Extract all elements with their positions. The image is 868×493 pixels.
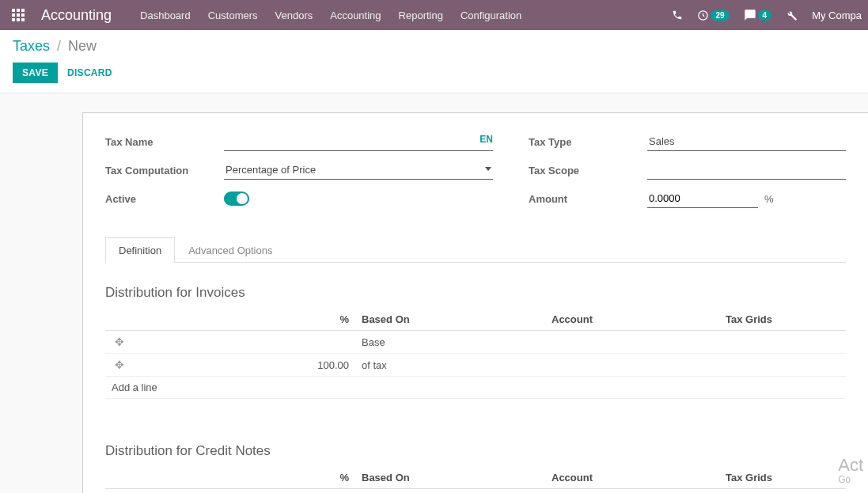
watermark-sub: Go — [838, 475, 863, 485]
col-account: Account — [545, 309, 719, 331]
svg-rect-4 — [17, 13, 20, 17]
field-tax-type — [647, 132, 846, 151]
tax-name-input[interactable] — [224, 132, 493, 151]
col-handle — [105, 467, 134, 489]
add-line-link[interactable]: Add a line — [105, 377, 846, 399]
nav-vendors[interactable]: Vendors — [275, 9, 313, 21]
svg-rect-1 — [17, 9, 20, 12]
form-sheet-background: Tax Name EN Tax Type Tax Computation Tax… — [0, 93, 868, 493]
nav-customers[interactable]: Customers — [208, 9, 258, 21]
app-title[interactable]: Accounting — [41, 7, 112, 24]
activities-button[interactable]: 29 — [697, 9, 729, 21]
svg-rect-3 — [12, 13, 15, 17]
section-title-invoices: Distribution for Invoices — [105, 285, 846, 301]
label-tax-type: Tax Type — [529, 136, 647, 148]
activate-windows-watermark: Act Go — [838, 456, 863, 485]
field-active — [224, 192, 493, 206]
svg-rect-0 — [12, 9, 15, 12]
tax-scope-input[interactable] — [647, 161, 846, 180]
svg-rect-2 — [21, 9, 25, 12]
main-navbar: Accounting Dashboard Customers Vendors A… — [0, 0, 868, 30]
lang-badge[interactable]: EN — [479, 134, 493, 145]
tabs: Definition Advanced Options — [105, 237, 846, 263]
field-tax-name: EN — [224, 132, 493, 151]
drag-handle-icon[interactable]: ✥ — [115, 358, 124, 371]
apps-menu-button[interactable] — [6, 3, 30, 27]
col-handle — [105, 309, 134, 331]
drag-handle-icon[interactable]: ✥ — [115, 336, 124, 348]
label-tax-computation: Tax Computation — [105, 165, 224, 176]
cell-tax-grids[interactable] — [719, 331, 846, 354]
amount-suffix: % — [764, 193, 774, 208]
action-buttons: SAVE DISCARD — [13, 63, 855, 83]
distribution-invoices-table: % Based On Account Tax Grids ✥ Base ✥ 10… — [105, 309, 846, 399]
form-fields: Tax Name EN Tax Type Tax Computation Tax… — [105, 132, 846, 208]
tax-type-input[interactable] — [647, 132, 846, 151]
add-line-row: Add a line — [105, 377, 846, 399]
col-percent: % — [134, 467, 355, 489]
cell-account[interactable] — [545, 331, 719, 354]
nav-dashboard[interactable]: Dashboard — [140, 9, 191, 21]
table-row[interactable]: ✥ 100.00 of tax — [105, 354, 846, 377]
nav-accounting[interactable]: Accounting — [330, 9, 381, 21]
messages-badge: 4 — [758, 10, 772, 21]
distribution-credits-table: % Based On Account Tax Grids — [105, 467, 846, 489]
breadcrumb-separator: / — [57, 38, 61, 54]
label-tax-name: Tax Name — [105, 136, 224, 148]
active-toggle[interactable] — [224, 192, 249, 206]
watermark-title: Act — [838, 455, 863, 475]
cell-based-on[interactable]: Base — [355, 331, 545, 354]
apps-grid-icon — [12, 9, 25, 21]
field-tax-computation — [224, 161, 493, 180]
wrench-icon — [786, 9, 798, 21]
phone-button[interactable] — [672, 9, 683, 21]
nav-configuration[interactable]: Configuration — [461, 9, 521, 21]
control-panel: Taxes / New SAVE DISCARD — [0, 30, 868, 93]
tab-definition[interactable]: Definition — [105, 237, 175, 263]
col-account: Account — [545, 467, 719, 489]
col-tax-grids: Tax Grids — [719, 309, 846, 331]
chat-icon — [744, 9, 756, 21]
clock-icon — [697, 9, 709, 21]
save-button[interactable]: SAVE — [13, 63, 58, 83]
amount-input[interactable] — [647, 189, 758, 208]
breadcrumb-current: New — [68, 38, 97, 54]
cell-account[interactable] — [545, 354, 719, 377]
svg-rect-8 — [21, 18, 25, 21]
col-based-on: Based On — [355, 467, 545, 489]
col-based-on: Based On — [355, 309, 545, 331]
messages-button[interactable]: 4 — [744, 9, 772, 21]
section-title-credits: Distribution for Credit Notes — [105, 443, 846, 459]
nav-menu: Dashboard Customers Vendors Accounting R… — [140, 9, 521, 21]
svg-rect-7 — [17, 18, 20, 21]
table-row[interactable]: ✥ Base — [105, 331, 846, 354]
toggle-knob — [237, 193, 248, 204]
cell-percent[interactable] — [134, 331, 355, 354]
field-tax-scope — [647, 161, 846, 180]
svg-rect-5 — [21, 13, 25, 17]
nav-reporting[interactable]: Reporting — [399, 9, 443, 21]
activities-badge: 29 — [711, 10, 729, 21]
cell-based-on[interactable]: of tax — [355, 354, 545, 377]
cell-percent[interactable]: 100.00 — [134, 354, 355, 377]
svg-rect-6 — [12, 18, 15, 21]
cell-tax-grids[interactable] — [719, 354, 846, 377]
label-active: Active — [105, 193, 224, 205]
label-tax-scope: Tax Scope — [529, 165, 647, 176]
phone-icon — [672, 9, 683, 21]
tab-advanced-options[interactable]: Advanced Options — [175, 237, 286, 263]
nav-right: 29 4 My Compa — [672, 9, 862, 21]
debug-button[interactable] — [786, 9, 798, 21]
field-amount: % — [647, 189, 846, 208]
discard-button[interactable]: DISCARD — [67, 67, 112, 78]
form-sheet: Tax Name EN Tax Type Tax Computation Tax… — [82, 112, 868, 493]
label-amount: Amount — [529, 193, 647, 205]
col-tax-grids: Tax Grids — [719, 467, 846, 489]
company-switcher[interactable]: My Compa — [812, 9, 862, 21]
breadcrumb-taxes[interactable]: Taxes — [13, 38, 50, 54]
col-percent: % — [134, 309, 355, 331]
tax-computation-input[interactable] — [224, 161, 493, 180]
breadcrumb: Taxes / New — [13, 38, 855, 55]
